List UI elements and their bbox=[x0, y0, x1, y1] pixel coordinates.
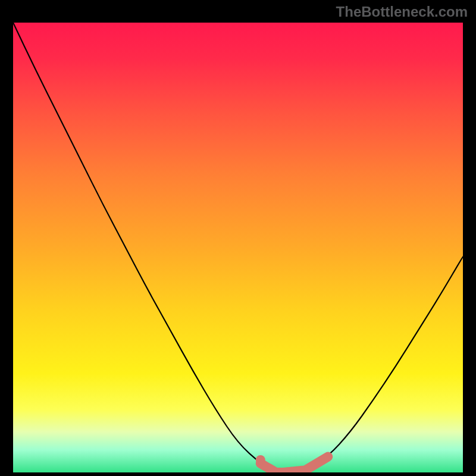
chart-svg bbox=[13, 23, 463, 472]
chart-container: TheBottleneck.com bbox=[0, 0, 476, 476]
plot-area bbox=[13, 23, 463, 472]
highlight-segment bbox=[261, 457, 328, 472]
watermark-text: TheBottleneck.com bbox=[336, 4, 468, 20]
highlight-start-dot bbox=[256, 455, 265, 465]
bottleneck-curve-path bbox=[13, 23, 463, 472]
